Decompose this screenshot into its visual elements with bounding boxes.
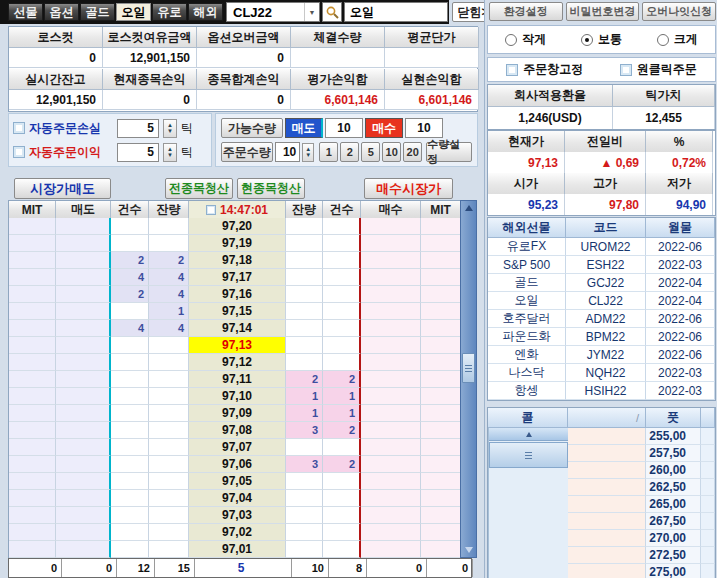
- dom-sell-count-cell[interactable]: [111, 524, 149, 541]
- dom-sell-count-cell[interactable]: [111, 303, 149, 320]
- instrument-cell[interactable]: UROM22: [566, 238, 646, 256]
- dom-buy-count-cell[interactable]: [323, 490, 361, 507]
- instrument-cell[interactable]: 2022-04: [646, 274, 715, 292]
- dom-sell-count-cell[interactable]: [111, 541, 149, 558]
- dom-mit-buy-cell[interactable]: [421, 541, 461, 558]
- dom-mit-sell-cell[interactable]: [9, 320, 56, 337]
- qty-preset-20[interactable]: 20: [403, 142, 422, 162]
- dom-buy-cell[interactable]: [361, 303, 421, 320]
- market-buy-button[interactable]: 매수시장가: [364, 178, 453, 199]
- option-call-cell[interactable]: [568, 496, 646, 513]
- dom-mit-buy-cell[interactable]: [421, 405, 461, 422]
- futures-tab-4[interactable]: 유로: [152, 3, 187, 21]
- dom-mit-sell-cell[interactable]: [9, 473, 56, 490]
- instrument-cell[interactable]: GCJ22: [566, 274, 646, 292]
- instrument-cell[interactable]: 나스닥: [488, 364, 566, 382]
- dom-sell-count-cell[interactable]: 2: [111, 286, 149, 303]
- dom-mit-sell-cell[interactable]: [9, 456, 56, 473]
- instrument-cell[interactable]: 2022-06: [646, 346, 715, 364]
- dom-sell-qty-cell[interactable]: 2: [149, 252, 189, 269]
- dom-price-cell[interactable]: 97,09: [189, 405, 286, 422]
- dom-sell-cell[interactable]: [56, 473, 111, 490]
- dom-mit-buy-cell[interactable]: [421, 235, 461, 252]
- settings-button-2[interactable]: 오버나잇신청: [642, 2, 716, 21]
- dom-mit-buy-cell[interactable]: [421, 524, 461, 541]
- dom-buy-cell[interactable]: [361, 473, 421, 490]
- dom-sell-qty-cell[interactable]: [149, 235, 189, 252]
- instrument-cell[interactable]: 파운드화: [488, 328, 566, 346]
- dom-buy-count-cell[interactable]: 2: [323, 422, 361, 439]
- dom-sell-qty-cell[interactable]: [149, 354, 189, 371]
- dom-sell-qty-cell[interactable]: [149, 473, 189, 490]
- size-option-0[interactable]: 작게: [505, 31, 546, 48]
- dom-mit-sell-cell[interactable]: [9, 490, 56, 507]
- option-call-cell[interactable]: [568, 564, 646, 578]
- dom-price-cell[interactable]: 97,12: [189, 354, 286, 371]
- dom-sell-cell[interactable]: [56, 422, 111, 439]
- dom-buy-count-cell[interactable]: 1: [323, 388, 361, 405]
- dom-buy-count-cell[interactable]: 2: [323, 456, 361, 473]
- dom-buy-cell[interactable]: [361, 388, 421, 405]
- dom-sell-qty-cell[interactable]: [149, 490, 189, 507]
- dom-buy-count-cell[interactable]: [323, 473, 361, 490]
- option-strike-cell[interactable]: 272,50: [646, 547, 701, 564]
- dom-sell-cell[interactable]: [56, 507, 111, 524]
- option-put-cell[interactable]: [701, 496, 715, 513]
- option-strike-cell[interactable]: 262,50: [646, 479, 701, 496]
- instrument-cell[interactable]: BPM22: [566, 328, 646, 346]
- market-sell-button[interactable]: 시장가매도: [14, 178, 111, 199]
- dom-buy-qty-cell[interactable]: [286, 473, 323, 490]
- dom-mit-sell-cell[interactable]: [9, 235, 56, 252]
- instrument-cell[interactable]: S&P 500: [488, 256, 566, 274]
- dom-sell-qty-cell[interactable]: [149, 541, 189, 558]
- option-call-cell[interactable]: [568, 479, 646, 496]
- dom-price-cell[interactable]: 97,15: [189, 303, 286, 320]
- dom-buy-count-cell[interactable]: [323, 303, 361, 320]
- dom-buy-count-cell[interactable]: [323, 507, 361, 524]
- dom-sell-count-cell[interactable]: 4: [111, 320, 149, 337]
- dom-mit-buy-cell[interactable]: [421, 507, 461, 524]
- scroll-down-icon[interactable]: [461, 543, 476, 557]
- instrument-cell[interactable]: NQH22: [566, 364, 646, 382]
- dom-sell-count-cell[interactable]: [111, 507, 149, 524]
- dom-price-cell[interactable]: 97,08: [189, 422, 286, 439]
- dom-buy-cell[interactable]: [361, 252, 421, 269]
- option-strike-cell[interactable]: 257,50: [646, 445, 701, 462]
- dom-sell-count-cell[interactable]: [111, 388, 149, 405]
- dom-buy-count-cell[interactable]: [323, 218, 361, 235]
- dom-price-cell[interactable]: 97,14: [189, 320, 286, 337]
- dom-mit-buy-cell[interactable]: [421, 320, 461, 337]
- instrument-cell[interactable]: 2022-06: [646, 310, 715, 328]
- option-strike-cell[interactable]: 275,00: [646, 564, 701, 578]
- option-call-cell[interactable]: [568, 513, 646, 530]
- dom-buy-cell[interactable]: [361, 286, 421, 303]
- dom-sell-cell[interactable]: [56, 524, 111, 541]
- dom-buy-qty-cell[interactable]: [286, 507, 323, 524]
- qty-preset-2[interactable]: 2: [340, 142, 359, 162]
- dom-mit-buy-cell[interactable]: [421, 337, 461, 354]
- dom-buy-qty-cell[interactable]: 1: [286, 388, 323, 405]
- option-put-cell[interactable]: [701, 462, 715, 479]
- dom-sell-cell[interactable]: [56, 456, 111, 473]
- dom-buy-cell[interactable]: [361, 456, 421, 473]
- dom-buy-qty-cell[interactable]: [286, 269, 323, 286]
- option-put-cell[interactable]: [701, 564, 715, 578]
- dom-buy-count-cell[interactable]: [323, 354, 361, 371]
- dom-buy-cell[interactable]: [361, 218, 421, 235]
- dom-sell-count-cell[interactable]: [111, 422, 149, 439]
- dom-sell-cell[interactable]: [56, 252, 111, 269]
- dom-price-cell[interactable]: 97,18: [189, 252, 286, 269]
- dom-sell-qty-cell[interactable]: 4: [149, 286, 189, 303]
- dom-sell-cell[interactable]: [56, 371, 111, 388]
- dom-sell-cell[interactable]: [56, 354, 111, 371]
- auto-loss-checkbox[interactable]: [13, 122, 25, 134]
- instrument-cell[interactable]: 항셍: [488, 382, 566, 400]
- option-put-cell[interactable]: [701, 547, 715, 564]
- qty-preset-10[interactable]: 10: [382, 142, 401, 162]
- option-strike-cell[interactable]: 265,00: [646, 496, 701, 513]
- scroll-up-icon[interactable]: [461, 201, 476, 215]
- dom-mit-buy-cell[interactable]: [421, 490, 461, 507]
- dom-buy-qty-cell[interactable]: 3: [286, 456, 323, 473]
- dom-sell-count-cell[interactable]: [111, 439, 149, 456]
- dom-mit-sell-cell[interactable]: [9, 439, 56, 456]
